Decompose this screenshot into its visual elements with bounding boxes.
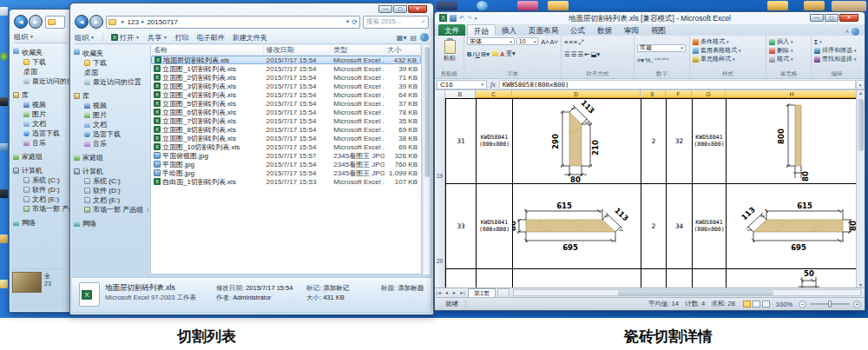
tab-文件[interactable]: 文件 [438,24,465,36]
share-button[interactable]: 共享▼ [148,33,168,43]
col-B[interactable]: B [445,90,476,98]
page-break-view-icon[interactable] [762,300,770,307]
phonetic-button[interactable]: 变▾ [505,50,515,58]
preview-pane-button[interactable]: ▤ [410,34,417,42]
sidebar-item[interactable]: 系统 (C:) [13,175,73,185]
sidebar-item[interactable]: 下载 [13,57,73,67]
orientation-icon[interactable]: ⤢ [578,38,583,47]
file-list-scrollbar[interactable] [423,45,430,274]
zoom-level[interactable]: 100% [776,300,792,308]
sidebar-item[interactable]: 桌面 [13,67,73,76]
expand-formula-bar-icon[interactable]: ▾ [856,80,865,89]
search-input[interactable]: 搜索 2015... ⌕ [363,16,429,29]
sidebar-item[interactable]: 视频 [13,100,73,109]
formula-input[interactable]: KWB58058(800x800) [499,80,856,89]
print-button[interactable]: 打印 [175,33,189,43]
address-dropdown-icon[interactable]: ▾ [346,18,350,25]
插入-button[interactable]: 插入▾ [769,37,809,46]
fill-color-icon[interactable] [492,50,498,56]
col-E[interactable]: E [641,90,666,98]
sidebar-section-star[interactable]: ★收藏夹 [13,48,73,57]
cell-C19[interactable]: KWD58041(800x800) [477,98,512,183]
查找和选择-button[interactable]: 查找和选择▾ [814,55,860,63]
open-button[interactable]: X打开▼ [111,33,140,43]
minimize-button[interactable]: — [378,5,392,13]
taskbar-folder2-icon[interactable] [548,1,569,10]
name-box[interactable]: C16▾ [437,80,487,89]
sidebar-section-library[interactable]: 库 [13,90,73,100]
align-left-icon[interactable]: ☰ [564,50,570,58]
percent-button[interactable]: % [645,56,651,64]
file-row[interactable]: 平面俯视图.jpg2015/7/17 15:572345看图王 JPG ...3… [151,151,421,160]
sidebar-section-library[interactable]: 库 [74,91,148,101]
forward-icon[interactable]: ► [89,15,103,29]
add-tag-link[interactable]: 添加标记 [323,284,349,292]
cell-C20[interactable]: KWD58041(800x800) [477,183,512,268]
sidebar-item[interactable]: 最近访问的位置 [74,77,148,87]
desktop-icon[interactable] [0,280,8,288]
excel-vertical-scrollbar[interactable]: ▲▼ [856,90,865,287]
file-row[interactable]: X自由面_1切割砖列表.xls2015/7/17 15:53Microsoft … [151,177,421,186]
excel-horizontal-scrollbar[interactable] [513,289,861,296]
tab-公式[interactable]: 公式 [564,24,591,36]
col-G[interactable]: G [692,90,726,98]
insert-sheet-tab[interactable] [497,288,510,297]
refresh-icon[interactable]: ⟳ [352,18,358,26]
align-center-icon[interactable]: ☰ [571,50,577,58]
sidebar-item[interactable]: 文档 [13,119,73,129]
单元格样式-button[interactable]: 单元格样式▾ [693,55,764,63]
cell-F19[interactable]: 32 [667,98,692,183]
desktop-icon[interactable] [0,234,8,243]
sidebar-section-computer[interactable]: 计算机 [13,166,73,175]
sidebar-item[interactable]: 文档 (E:) [74,195,148,205]
sidebar-section-computer[interactable]: 计算机 [74,167,148,176]
sidebar-section-network[interactable]: 网络 [74,219,148,228]
column-date[interactable]: 修改日期 [264,45,332,55]
sidebar-item[interactable]: 视频 [74,101,148,110]
desktop-icon[interactable] [0,189,8,198]
tab-审阅[interactable]: 审阅 [618,24,645,36]
column-type[interactable]: 类型 [331,45,385,55]
excel-minimize-button[interactable]: — [810,14,824,22]
comma-button[interactable]: , [652,56,654,64]
align-bottom-icon[interactable]: ≡ [574,38,577,47]
decrease-decimal-button[interactable]: ⁰⁰⁺ [662,56,669,64]
file-row[interactable]: X立面图_1切割砖列表.xls2015/7/17 15:54Microsoft … [151,64,421,73]
paste-button[interactable]: 粘贴 [437,54,462,63]
sheet-tab[interactable]: 第1页 [468,288,496,297]
sidebar-item[interactable]: 音乐 [74,139,148,149]
forward-icon[interactable]: ► [29,15,43,29]
shrink-font-button[interactable]: A˅ [550,38,558,46]
sidebar-item[interactable]: 迅雷下载 [13,129,73,138]
email-button[interactable]: 电子邮件 [197,33,225,43]
file-row[interactable]: X立面图_5切割砖列表.xls2015/7/17 15:54Microsoft … [151,99,421,108]
tab-开始[interactable]: 开始 [467,24,496,36]
align-top-icon[interactable]: ≡ [564,38,568,47]
sidebar-item[interactable]: 下载 [74,58,148,68]
bold-button[interactable]: B [467,50,471,58]
file-row[interactable]: X立面图_8切割砖列表.xls2015/7/17 15:54Microsoft … [151,125,421,134]
close-button[interactable]: ✕ [408,5,427,13]
col-F[interactable]: F [666,90,692,98]
sidebar-item[interactable]: 文档 (E:) [13,195,73,204]
file-row[interactable]: 平面图.jpg2015/7/17 15:542345看图王 JPG ...760… [151,160,421,168]
views-button[interactable]: ▦▾ [397,34,407,42]
sidebar-item[interactable]: 音乐 [13,138,73,148]
column-size[interactable]: 大小 [385,45,421,55]
sidebar-item[interactable]: 系统 (C:) [74,176,148,186]
new-folder-button[interactable]: 新建文件夹 [233,33,267,43]
font-color-button[interactable]: A [500,50,504,58]
格式-button[interactable]: 格式▾ [769,55,809,63]
paste-icon[interactable] [444,40,456,54]
back-icon[interactable]: ◄ [75,15,89,29]
add-title-link[interactable]: 添加标题 [398,284,424,292]
sidebar-item[interactable]: 软件 (D:) [13,185,73,195]
merge-center-icon[interactable]: ⬓▾ [591,50,601,58]
sidebar-item[interactable]: 迅雷下载 [74,129,148,139]
sidebar-item[interactable]: 图片 [13,109,73,119]
maximize-button[interactable]: ▢ [393,5,407,13]
zoom-slider[interactable] [810,303,850,305]
cell-E19[interactable]: 2 [641,98,666,183]
collapse-ribbon-icon[interactable]: ˄ [845,29,849,35]
taskbar-folder4-icon[interactable] [804,1,825,10]
